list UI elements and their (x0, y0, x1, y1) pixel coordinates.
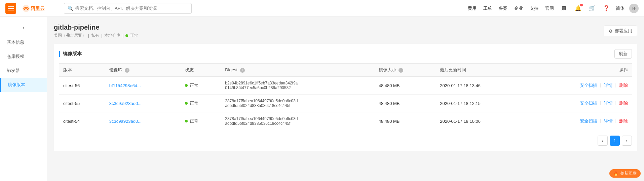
sidebar-item-image-version[interactable]: 镜像版本 (0, 78, 47, 92)
col-version-label: 版本 (63, 67, 72, 72)
main-layout: ‹ 基本信息 仓库授权 触发器 镜像版本 gitlab-pipeline 美国（… (0, 17, 644, 181)
deploy-icon: ⚙ (609, 29, 613, 34)
search-bar[interactable]: 🔍 (64, 3, 192, 14)
digest-text-0: b2e94b2891e6c1ff5eb7a33eedaa342f9a0149b8… (225, 81, 299, 90)
cell-version-2: citest-54 (59, 112, 105, 130)
action-sep1-2: | (600, 118, 601, 124)
status-dot-1 (185, 102, 188, 105)
cell-actions-2: 安全扫描 | 详情 | 删除 (527, 112, 632, 130)
sidebar-item-basic-info[interactable]: 基本信息 (0, 35, 47, 49)
watermark-icon: 🔥 (613, 171, 618, 176)
pagination-prev[interactable]: ‹ (598, 136, 608, 146)
user-avatar[interactable]: Ie (629, 4, 639, 13)
cell-imageid-0: bf1154298e6d... (105, 77, 181, 95)
action-delete-2[interactable]: 删除 (619, 118, 628, 124)
subtitle-status: 正常 (130, 33, 138, 38)
col-digest-label: Digest (225, 67, 237, 72)
nav-link-cost[interactable]: 费用 (468, 5, 477, 11)
image-version-table: 版本 镜像ID i 状态 Digest i (59, 63, 632, 130)
action-delete-1[interactable]: 删除 (619, 100, 628, 106)
nav-link-enterprise[interactable]: 企业 (514, 5, 523, 11)
cell-status-0: 正常 (181, 77, 221, 95)
action-detail-1[interactable]: 详情 (604, 100, 613, 106)
cell-version-1: citest-55 (59, 95, 105, 112)
page-header: gitlab-pipeline 美国（弗吉尼亚） | 私有 | 本地仓库 | 正… (54, 24, 637, 38)
nav-link-icp[interactable]: 备案 (499, 5, 507, 11)
action-scan-1[interactable]: 安全扫描 (580, 100, 597, 106)
subtitle-region: 美国（弗吉尼亚） (54, 33, 86, 38)
nav-link-support[interactable]: 支持 (530, 5, 538, 11)
status-dot-2 (185, 120, 188, 122)
table-row: citest-54 3c3c9a923ad0... 正常 2878a17f5ab… (59, 112, 632, 130)
refresh-button[interactable]: 刷新 (614, 49, 632, 59)
nav-links: 费用 工单 备案 企业 支持 官网 (468, 5, 554, 11)
status-dot (125, 34, 128, 37)
size-info-icon[interactable]: i (399, 68, 403, 73)
logo-svg: 阿里云 (22, 3, 52, 14)
pagination-next[interactable]: › (622, 136, 632, 146)
subtitle-repo: 本地仓库 (104, 33, 120, 38)
action-scan-0[interactable]: 安全扫描 (580, 82, 597, 88)
svg-text:阿里云: 阿里云 (31, 6, 45, 11)
sidebar-item-repo-auth[interactable]: 仓库授权 (0, 49, 47, 64)
cell-digest-1: 2878a17f5abea106449790e5de0b6c03dadbdfd5… (221, 95, 374, 112)
action-links-2: 安全扫描 | 详情 | 删除 (531, 118, 628, 124)
cart-icon-btn[interactable]: 🛒 (588, 4, 597, 13)
col-digest: Digest i (221, 64, 374, 77)
imageid-info-icon[interactable]: i (125, 68, 129, 73)
col-status: 状态 (181, 64, 221, 77)
sidebar: ‹ 基本信息 仓库授权 触发器 镜像版本 (0, 17, 47, 181)
action-sep2-1: | (615, 100, 616, 106)
action-sep2-0: | (615, 82, 616, 88)
col-actions-label: 操作 (619, 67, 628, 72)
subtitle-sep2: | (101, 33, 102, 38)
search-input[interactable] (75, 6, 188, 11)
action-detail-0[interactable]: 详情 (604, 82, 613, 88)
deploy-button[interactable]: ⚙ 部署应用 (604, 26, 637, 36)
sidebar-item-trigger[interactable]: 触发器 (0, 64, 47, 78)
nav-simplify[interactable]: 简体 (616, 5, 624, 11)
action-detail-2[interactable]: 详情 (604, 118, 613, 124)
deploy-label: 部署应用 (615, 28, 632, 34)
status-dot-0 (185, 84, 188, 87)
col-status-label: 状态 (185, 67, 194, 72)
cell-digest-2: 2878a17f5abea106449790e5de0b6c03dadbdfd5… (221, 112, 374, 130)
notification-icon-btn[interactable]: 🔔 (573, 4, 583, 13)
sidebar-back-button[interactable]: ‹ (0, 20, 47, 35)
pagination-page-1[interactable]: 1 (610, 136, 620, 146)
digest-text-1: 2878a17f5abea106449790e5de0b6c03dadbdfd5… (225, 99, 299, 108)
search-icon: 🔍 (68, 6, 73, 11)
cell-size-0: 48.480 MB (375, 77, 436, 95)
page-title: gitlab-pipeline (54, 24, 138, 31)
digest-text-2: 2878a17f5abea106449790e5de0b6c03dadbdfd5… (225, 116, 299, 126)
table-row: citest-56 bf1154298e6d... 正常 b2e94b2891e… (59, 77, 632, 95)
cell-size-1: 48.480 MB (375, 95, 436, 112)
nav-link-official[interactable]: 官网 (545, 5, 554, 11)
col-actions: 操作 (527, 64, 632, 77)
cell-updatedat-0: 2020-01-17 18:13:46 (436, 77, 527, 95)
table-row: citest-55 3c3c9a923ad0... 正常 2878a17f5ab… (59, 95, 632, 112)
cell-status-1: 正常 (181, 95, 221, 112)
col-size-label: 镜像大小 (379, 67, 396, 72)
help-icon-btn[interactable]: ❓ (602, 4, 611, 13)
digest-info-icon[interactable]: i (240, 68, 245, 73)
sidebar-menu: 基本信息 仓库授权 触发器 镜像版本 (0, 35, 47, 92)
nav-link-ticket[interactable]: 工单 (483, 5, 492, 11)
image-icon-btn[interactable]: 🖼 (559, 4, 569, 13)
action-scan-2[interactable]: 安全扫描 (580, 118, 597, 124)
table-header-row: 版本 镜像ID i 状态 Digest i (59, 64, 632, 77)
image-version-section: 镜像版本 刷新 版本 镜像ID i 状态 (54, 44, 637, 151)
section-header: 镜像版本 刷新 (59, 49, 632, 59)
cell-size-2: 48.480 MB (375, 112, 436, 130)
hamburger-icon (8, 8, 14, 9)
page-header-left: gitlab-pipeline 美国（弗吉尼亚） | 私有 | 本地仓库 | 正… (54, 24, 138, 38)
col-updated-at: 最后更新时间 (436, 64, 527, 77)
action-sep1-0: | (600, 82, 601, 88)
page-subtitle: 美国（弗吉尼亚） | 私有 | 本地仓库 | 正常 (54, 33, 138, 38)
cell-version-0: citest-56 (59, 77, 105, 95)
menu-toggle[interactable] (5, 3, 16, 14)
main-content: gitlab-pipeline 美国（弗吉尼亚） | 私有 | 本地仓库 | 正… (47, 17, 644, 181)
action-delete-0[interactable]: 删除 (619, 82, 628, 88)
section-title: 镜像版本 (59, 51, 82, 57)
action-sep1-1: | (600, 100, 601, 106)
